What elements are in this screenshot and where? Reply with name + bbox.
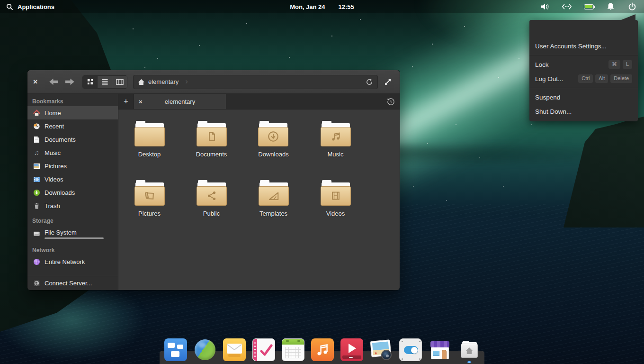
menu-item-lock[interactable]: Lock ⌘ L bbox=[529, 57, 638, 72]
folder-name: Pictures bbox=[138, 210, 161, 217]
sidebar-item-label: Home bbox=[45, 109, 61, 117]
folder-item-templates[interactable]: Templates bbox=[259, 180, 289, 239]
tab-bar: + × elementary bbox=[118, 94, 400, 109]
applications-menu-button[interactable]: Applications bbox=[0, 0, 54, 13]
maximize-button[interactable] bbox=[382, 76, 394, 88]
folder-emblem-music-icon bbox=[330, 131, 341, 142]
sidebar-spacer bbox=[27, 268, 118, 276]
forward-arrow-icon bbox=[65, 78, 75, 85]
grid-view-button[interactable] bbox=[83, 76, 98, 88]
dock-item-system-settings[interactable] bbox=[399, 338, 422, 361]
list-view-icon bbox=[101, 78, 108, 85]
sidebar-item-recent[interactable]: Recent bbox=[27, 119, 118, 133]
dock-item-multitasking-view[interactable] bbox=[164, 338, 187, 361]
refresh-button[interactable] bbox=[366, 78, 373, 86]
connect-server-button[interactable]: Connect Server... bbox=[27, 276, 118, 290]
network-icon bbox=[562, 3, 572, 10]
dock-item-tasks[interactable] bbox=[252, 338, 275, 361]
menu-item-shut-down[interactable]: Shut Down... bbox=[529, 104, 638, 118]
new-tab-button[interactable]: + bbox=[118, 94, 134, 109]
folder-icon bbox=[258, 121, 288, 146]
key-alt: Alt bbox=[595, 74, 608, 83]
folder-item-videos[interactable]: Videos bbox=[321, 180, 351, 239]
folder-item-pictures[interactable]: Pictures bbox=[134, 180, 165, 239]
folder-icon bbox=[134, 180, 165, 206]
dock-item-music[interactable] bbox=[311, 338, 334, 361]
dock-item-photos[interactable] bbox=[370, 338, 393, 361]
back-button[interactable] bbox=[47, 76, 60, 88]
folder-item-desktop[interactable]: Desktop bbox=[134, 121, 165, 180]
suspend-label: Suspend bbox=[535, 94, 560, 101]
dock-item-appcenter[interactable] bbox=[429, 338, 451, 361]
sidebar-item-videos[interactable]: Videos bbox=[27, 173, 118, 186]
key-delete: Delete bbox=[610, 74, 632, 83]
folder-item-music[interactable]: Music bbox=[321, 121, 351, 180]
dock-item-calendar[interactable] bbox=[282, 338, 304, 361]
window-close-button[interactable]: × bbox=[33, 78, 44, 86]
folder-emblem-download-icon bbox=[267, 130, 279, 143]
list-view-button[interactable] bbox=[98, 76, 112, 88]
network-indicator[interactable] bbox=[562, 2, 572, 11]
tab-elementary[interactable]: × elementary bbox=[134, 94, 226, 109]
menu-item-log-out[interactable]: Log Out... Ctrl Alt Delete bbox=[529, 72, 638, 86]
hard-drive-icon bbox=[33, 230, 40, 237]
mail-icon bbox=[223, 338, 246, 361]
folder-icon bbox=[259, 180, 289, 206]
folder-view[interactable]: Desktop Documents bbox=[118, 109, 400, 290]
folder-name: Templates bbox=[259, 210, 287, 217]
forward-button[interactable] bbox=[63, 76, 76, 88]
menu-item-user-accounts[interactable]: User Accounts Settings... bbox=[529, 39, 638, 53]
disk-usage-bar bbox=[45, 237, 104, 239]
session-indicator[interactable] bbox=[627, 2, 637, 11]
folder-item-documents[interactable]: Documents bbox=[196, 121, 227, 180]
connect-server-icon bbox=[33, 280, 40, 287]
pathbar[interactable]: elementary › bbox=[133, 75, 378, 89]
battery-indicator[interactable] bbox=[583, 2, 594, 11]
power-icon bbox=[628, 2, 636, 11]
sidebar-item-documents[interactable]: Documents bbox=[27, 133, 118, 146]
sidebar-item-label: File System bbox=[45, 229, 104, 236]
videos-icon bbox=[33, 175, 40, 183]
sidebar-item-pictures[interactable]: Pictures bbox=[27, 159, 118, 173]
folder-item-downloads[interactable]: Downloads bbox=[258, 121, 288, 180]
folder-item-public[interactable]: Public bbox=[197, 180, 227, 239]
panel-time[interactable]: 12:55 bbox=[339, 3, 354, 10]
sidebar-item-trash[interactable]: Trash bbox=[27, 199, 118, 212]
documents-icon bbox=[33, 136, 40, 143]
sidebar-item-label: Videos bbox=[45, 176, 63, 183]
sidebar-item-entire-network[interactable]: Entire Network bbox=[27, 255, 118, 268]
sidebar-item-home[interactable]: Home bbox=[27, 106, 118, 119]
panel-date[interactable]: Mon, Jan 24 bbox=[290, 3, 325, 10]
expand-icon bbox=[384, 78, 392, 86]
menu-user-area bbox=[529, 20, 638, 39]
dock-item-web-browser[interactable] bbox=[194, 338, 216, 361]
sidebar-item-downloads[interactable]: Downloads bbox=[27, 186, 118, 199]
volume-icon bbox=[540, 2, 550, 11]
menu-item-suspend[interactable]: Suspend bbox=[529, 90, 638, 104]
files-titlebar[interactable]: × bbox=[27, 70, 400, 94]
dock-item-files[interactable] bbox=[458, 338, 481, 361]
notifications-indicator[interactable] bbox=[605, 2, 616, 11]
sidebar-item-file-system[interactable]: File System bbox=[27, 226, 118, 242]
browser-globe-icon bbox=[195, 339, 215, 360]
sidebar-item-label: Music bbox=[45, 149, 61, 156]
sidebar-item-music[interactable]: ♫ Music bbox=[27, 146, 118, 159]
breadcrumb-location[interactable]: elementary bbox=[148, 78, 179, 85]
sidebar-item-label: Recent bbox=[45, 123, 64, 130]
settings-icon bbox=[399, 338, 422, 361]
tab-close-button[interactable]: × bbox=[139, 98, 146, 105]
folder-emblem-document-icon bbox=[206, 131, 217, 142]
column-view-button[interactable] bbox=[112, 76, 127, 88]
tab-history-button[interactable] bbox=[382, 94, 400, 109]
volume-indicator[interactable] bbox=[540, 2, 550, 11]
storage-header: Storage bbox=[27, 215, 118, 226]
folder-name: Public bbox=[203, 210, 220, 217]
dock-item-mail[interactable] bbox=[223, 338, 246, 361]
folder-name: Desktop bbox=[138, 151, 161, 158]
battery-nub bbox=[594, 6, 595, 8]
dock-item-videos[interactable] bbox=[340, 338, 363, 361]
menu-separator bbox=[529, 55, 638, 55]
sidebar-item-label: Trash bbox=[45, 202, 60, 209]
running-indicator bbox=[466, 361, 472, 364]
home-icon bbox=[33, 109, 40, 117]
